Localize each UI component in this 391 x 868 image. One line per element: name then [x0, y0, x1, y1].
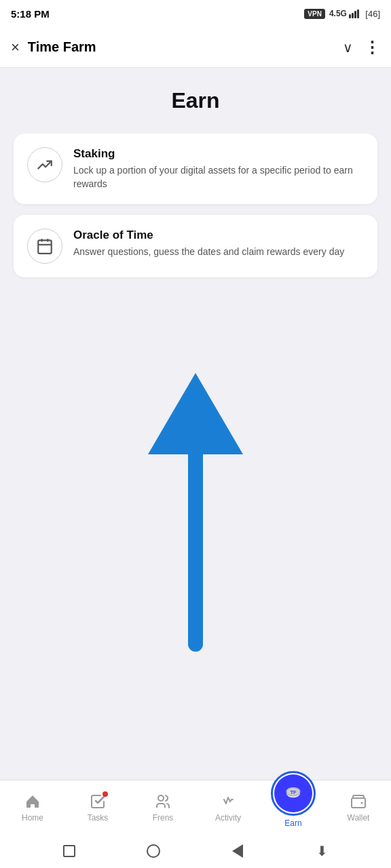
nav-label-home: Home [22, 813, 43, 823]
frens-icon [154, 793, 172, 810]
recents-icon [63, 845, 75, 857]
nav-item-wallet[interactable]: Wallet [326, 793, 391, 823]
oracle-card[interactable]: Oracle of Time Answer questions, guess t… [14, 215, 377, 277]
svg-point-17 [361, 802, 363, 804]
coin-icon: TF [283, 783, 303, 804]
status-icons: VPN 4.5G [46] [304, 9, 380, 19]
staking-card[interactable]: Staking Lock up a portion of your digita… [14, 134, 377, 204]
nav-label-earn: Earn [284, 818, 301, 828]
battery-icon: [46] [365, 9, 380, 19]
calendar-icon [36, 237, 54, 255]
oracle-title: Oracle of Time [73, 229, 344, 242]
oracle-description: Answer questions, guess the dates and cl… [73, 245, 344, 259]
svg-rect-3 [357, 9, 359, 18]
nav-item-earn[interactable]: TF Earn [261, 787, 326, 828]
staking-text: Staking Lock up a portion of your digita… [73, 147, 364, 191]
staking-description: Lock up a portion of your digital assets… [73, 164, 364, 191]
svg-point-11 [232, 799, 233, 800]
svg-point-10 [158, 795, 164, 801]
svg-rect-0 [349, 14, 351, 18]
nav-label-tasks: Tasks [88, 813, 109, 823]
home-system-icon [147, 844, 160, 858]
download-button[interactable]: ⬇ [312, 842, 331, 861]
svg-rect-16 [352, 798, 365, 808]
main-content: Earn Staking Lock up a portion of your d… [0, 68, 391, 780]
svg-rect-4 [38, 241, 52, 254]
status-bar: 5:18 PM VPN 4.5G [46] [0, 0, 391, 27]
nav-label-activity: Activity [215, 813, 241, 823]
earn-inner: TF [274, 774, 312, 812]
earn-circle: TF [271, 771, 316, 816]
trending-up-icon [36, 156, 54, 174]
bottom-nav: Home Tasks Frens [0, 780, 391, 834]
back-button[interactable] [228, 842, 247, 861]
nav-item-home[interactable]: Home [0, 793, 65, 823]
staking-icon-wrap [27, 147, 62, 182]
nav-label-frens: Frens [153, 813, 174, 823]
more-options-button[interactable]: ⋮ [364, 43, 380, 52]
nav-item-frens[interactable]: Frens [130, 793, 196, 823]
app-title: Time Farm [28, 39, 343, 55]
nav-label-wallet: Wallet [348, 813, 370, 823]
download-icon: ⬇ [316, 843, 328, 859]
activity-icon [219, 793, 237, 810]
tasks-badge [103, 791, 108, 797]
system-nav: ⬇ [0, 834, 391, 868]
staking-title: Staking [73, 147, 364, 161]
wallet-icon [350, 793, 367, 810]
svg-rect-1 [352, 13, 354, 18]
tasks-icon-wrap [89, 793, 107, 810]
oracle-text: Oracle of Time Answer questions, guess t… [73, 229, 344, 259]
svg-rect-2 [354, 11, 356, 18]
nav-item-activity[interactable]: Activity [196, 793, 261, 823]
close-button[interactable]: × [11, 39, 20, 56]
app-bar: × Time Farm ∨ ⋮ [0, 27, 391, 68]
arrow-overlay [128, 319, 263, 671]
signal-strength: 4.5G [329, 9, 361, 19]
oracle-icon-wrap [27, 229, 62, 264]
page-title: Earn [14, 88, 377, 113]
vpn-badge: VPN [304, 9, 325, 19]
home-icon [24, 793, 41, 810]
svg-marker-9 [148, 373, 243, 454]
home-system-button[interactable] [144, 842, 163, 861]
chevron-down-icon[interactable]: ∨ [343, 39, 353, 56]
back-icon [232, 844, 243, 858]
svg-text:TF: TF [290, 789, 297, 795]
status-time: 5:18 PM [11, 8, 50, 20]
nav-item-tasks[interactable]: Tasks [65, 793, 130, 823]
recents-button[interactable] [60, 842, 79, 861]
